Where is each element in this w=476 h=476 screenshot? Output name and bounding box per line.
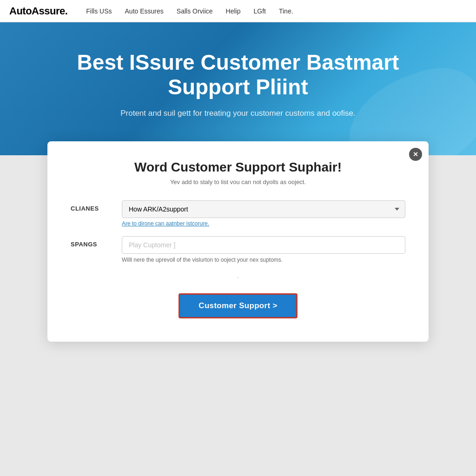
form-control-clianes: How ARK/A2supportOption 2Option 3 Are to… (122, 200, 405, 227)
modal-title: Word Customer Support Suphair! (71, 160, 405, 175)
spangs-note: Willl nere the uprevoll of the vislurton… (122, 257, 405, 263)
navbar: AutoAssure. Fills USsAuto EssuresSalls O… (0, 0, 476, 22)
nav-item-nav-salls[interactable]: Salls Orviice (177, 7, 213, 15)
form-label-clianes: CLIANES (71, 200, 112, 212)
spangs-input[interactable] (122, 236, 405, 254)
modal: ✕ Word Customer Support Suphair! Yev add… (47, 141, 429, 342)
form-label-spangs: SPANGS (71, 236, 112, 248)
modal-close-button[interactable]: ✕ (409, 148, 422, 161)
nav-item-nav-lgft[interactable]: LGft (254, 7, 266, 15)
form-row-spangs: SPANGS Willl nere the uprevoll of the vi… (71, 236, 405, 263)
customer-support-button[interactable]: Customer Support > (178, 293, 297, 318)
brand-logo: AutoAssure. (9, 5, 67, 17)
hero-title: Best ISsure Customer Bastmart Support Pl… (75, 50, 401, 99)
nav-item-nav-tine[interactable]: Tine. (279, 7, 293, 15)
nav-links: Fills USsAuto EssuresSalls OrviiceHelipL… (86, 7, 293, 15)
form-row-clianes: CLIANES How ARK/A2supportOption 2Option … (71, 200, 405, 227)
form-control-spangs: Willl nere the uprevoll of the vislurton… (122, 236, 405, 263)
modal-wrapper: ✕ Word Customer Support Suphair! Yev add… (0, 141, 476, 370)
modal-description: Yev add to staly to list vou can not dyo… (71, 178, 405, 185)
divider: · (71, 272, 405, 282)
clianes-helper-link[interactable]: Are to dirone can aatnber istcorure. (122, 220, 405, 227)
hero-section: Best ISsure Customer Bastmart Support Pl… (0, 22, 476, 155)
nav-item-nav-auto[interactable]: Auto Essures (125, 7, 164, 15)
clianes-select[interactable]: How ARK/A2supportOption 2Option 3 (122, 200, 405, 218)
nav-item-nav-help[interactable]: Helip (226, 7, 241, 15)
nav-item-nav-fills[interactable]: Fills USs (86, 7, 112, 15)
hero-subtitle: Protent and suil gett for treating your … (94, 109, 382, 118)
submit-wrap: Customer Support > (71, 293, 405, 318)
